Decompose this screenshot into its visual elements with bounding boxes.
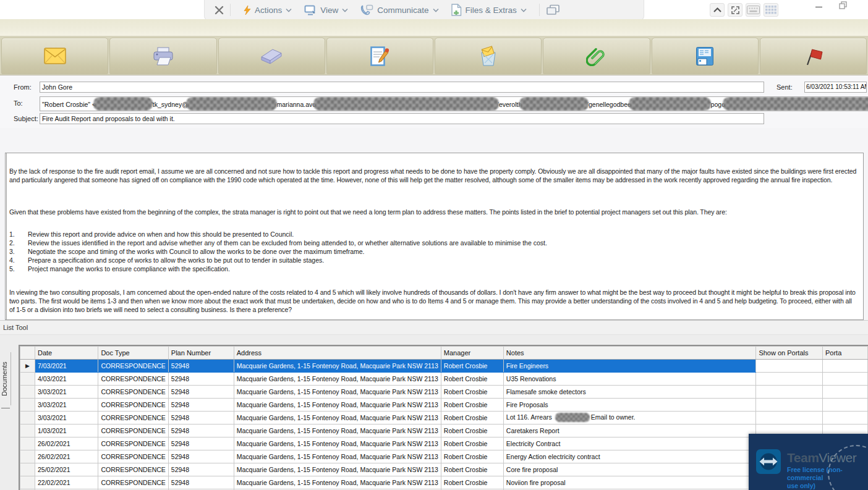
row-indicator bbox=[20, 386, 35, 399]
cell-date: 3/03/2021 bbox=[35, 412, 98, 425]
cell-manager: Robert Crosbie bbox=[441, 360, 503, 373]
fullscreen-icon[interactable] bbox=[728, 3, 742, 17]
recipient-text: "marianna.avo bbox=[274, 100, 316, 108]
column-header-doc-type[interactable]: Doc Type bbox=[98, 347, 168, 360]
cell-date: 4/03/2021 bbox=[35, 373, 98, 386]
minimize-icon[interactable] bbox=[815, 1, 823, 9]
table-row[interactable]: 1/03/2021CORRESPONDENCE52948Macquarie Ga… bbox=[20, 425, 868, 437]
edit-note-icon bbox=[370, 46, 389, 66]
cell-address: Macquarie Gardens, 1-15 Fontenoy Road, M… bbox=[234, 373, 441, 386]
cell-date: 3/03/2021 bbox=[35, 386, 98, 399]
cell-notes: Fire Engineers bbox=[503, 360, 756, 373]
flag-button[interactable] bbox=[760, 38, 867, 74]
column-header-porta[interactable]: Porta bbox=[822, 347, 867, 360]
email-body[interactable]: By the lack of response to the fire audi… bbox=[5, 153, 864, 320]
chevron-down-icon bbox=[342, 8, 348, 12]
table-row[interactable]: 3/03/2021CORRESPONDENCE52948Macquarie Ga… bbox=[20, 412, 868, 425]
toolbar-divider bbox=[539, 4, 540, 16]
delete-email-button[interactable] bbox=[435, 38, 542, 74]
tab-documents[interactable]: Documents bbox=[1, 352, 11, 405]
new-email-button[interactable] bbox=[1, 38, 108, 74]
menu-label: View bbox=[320, 6, 338, 15]
close-icon[interactable] bbox=[215, 6, 224, 15]
column-header-plan-number[interactable]: Plan Number bbox=[168, 347, 234, 360]
column-header-notes[interactable]: Notes bbox=[503, 347, 756, 360]
cell-notes: Lot 116. Arrears Email to owner. bbox=[503, 412, 756, 425]
table-row[interactable]: 26/02/2021CORRESPONDENCE52948Macquarie G… bbox=[20, 437, 868, 450]
list-item-number: 5. bbox=[9, 264, 28, 273]
tab-underline bbox=[1, 408, 10, 409]
cell-plan: 52948 bbox=[168, 476, 234, 489]
grid-icon[interactable] bbox=[764, 3, 778, 17]
column-header-date[interactable]: Date bbox=[35, 347, 98, 360]
print-button[interactable] bbox=[109, 38, 216, 74]
cell-date: 26/02/2021 bbox=[35, 437, 98, 450]
list-item-number: 1. bbox=[9, 230, 28, 239]
edit-note-button[interactable] bbox=[326, 38, 433, 74]
from-field[interactable]: John Gore bbox=[40, 82, 764, 93]
body-paragraph: By the lack of response to the fire audi… bbox=[9, 167, 858, 184]
cell-address: Macquarie Gardens, 1-15 Fontenoy Road, M… bbox=[234, 450, 441, 463]
dual-monitor-icon[interactable] bbox=[546, 4, 560, 16]
column-header-manager[interactable]: Manager bbox=[441, 347, 503, 360]
column-header[interactable] bbox=[20, 347, 35, 360]
cell-manager: Robert Crosbie bbox=[441, 476, 503, 489]
cell-date: 25/02/2021 bbox=[35, 463, 98, 476]
remote-menus: ActionsViewCommunicateFiles & Extras bbox=[237, 4, 533, 16]
window-controls bbox=[815, 1, 847, 9]
table-row[interactable]: 25/02/2021CORRESPONDENCE52948Macquarie G… bbox=[20, 463, 868, 476]
chevron-down-icon bbox=[433, 8, 439, 12]
new-email-icon bbox=[44, 48, 66, 64]
cell-address: Macquarie Gardens, 1-15 Fontenoy Road, M… bbox=[234, 386, 441, 399]
table-row[interactable]: 26/02/2021CORRESPONDENCE52948Macquarie G… bbox=[20, 450, 868, 463]
cell-address: Macquarie Gardens, 1-15 Fontenoy Road, M… bbox=[234, 425, 441, 437]
cell-manager: Robert Crosbie bbox=[441, 425, 503, 437]
row-indicator bbox=[20, 373, 35, 386]
list-item: 5.Project manage the works to ensure com… bbox=[9, 264, 858, 273]
body-paragraph: In viewing the two consulting proposals,… bbox=[9, 288, 858, 314]
file-plus-icon bbox=[451, 4, 462, 16]
cell-date: 26/02/2021 bbox=[35, 450, 98, 463]
collapse-icon[interactable] bbox=[710, 3, 725, 17]
keyboard-icon[interactable] bbox=[746, 3, 760, 17]
column-header-show-on-portals[interactable]: Show on Portals bbox=[756, 347, 823, 360]
scanner-icon bbox=[259, 48, 284, 65]
table-row[interactable]: 3/03/2021CORRESPONDENCE52948Macquarie Ga… bbox=[20, 386, 868, 399]
table-row[interactable]: 3/03/2021CORRESPONDENCE52948Macquarie Ga… bbox=[20, 399, 868, 412]
cell-plan: 52948 bbox=[168, 412, 234, 425]
attachment-button[interactable] bbox=[543, 38, 650, 74]
save-button[interactable] bbox=[652, 38, 759, 74]
menu-communicate[interactable]: Communicate bbox=[354, 4, 445, 15]
row-indicator bbox=[20, 463, 35, 476]
cell-plan: 52948 bbox=[168, 373, 234, 386]
cell-portal bbox=[822, 360, 867, 373]
table-row[interactable]: 22/02/2021CORRESPONDENCE52948Macquarie G… bbox=[20, 476, 868, 489]
lightning-icon bbox=[243, 5, 251, 15]
cell-plan: 52948 bbox=[168, 360, 234, 373]
to-field[interactable]: "Robert Crosbie" <"tk_sydney@"marianna.a… bbox=[40, 96, 868, 111]
cell-notes: Electricity Contract bbox=[503, 437, 756, 450]
cell-plan: 52948 bbox=[168, 450, 234, 463]
subject-field[interactable]: Fire Audit Report and proposals to deal … bbox=[40, 113, 764, 124]
list-item-text: Negotiate the scope and timing of the wo… bbox=[28, 247, 365, 256]
list-item-number: 3. bbox=[9, 247, 28, 256]
table-row[interactable]: 4/03/2021CORRESPONDENCE52948Macquarie Ga… bbox=[20, 373, 868, 386]
email-header: From: John Gore Sent: 6/03/2021 10:53:11… bbox=[0, 76, 868, 128]
redacted-recipient bbox=[186, 97, 277, 111]
restore-icon[interactable] bbox=[839, 1, 847, 9]
menu-view[interactable]: View bbox=[298, 5, 354, 15]
cell-portal bbox=[822, 386, 867, 399]
scanner-button[interactable] bbox=[218, 38, 325, 74]
titlebar-band bbox=[0, 19, 868, 36]
table-row[interactable]: ▶7/03/2021CORRESPONDENCE52948Macquarie G… bbox=[20, 360, 868, 373]
cell-date: 22/02/2021 bbox=[35, 476, 98, 489]
cell-doc_type: CORRESPONDENCE bbox=[98, 412, 168, 425]
remote-toolbar: ActionsViewCommunicateFiles & Extras bbox=[204, 0, 644, 20]
menu-actions[interactable]: Actions bbox=[237, 5, 298, 15]
menu-files-extras[interactable]: Files & Extras bbox=[445, 4, 533, 16]
redacted-recipient bbox=[519, 97, 589, 111]
sent-field[interactable]: 6/03/2021 10:53:11 AM bbox=[804, 82, 867, 93]
cell-show-on-portals bbox=[756, 373, 823, 386]
row-indicator: ▶ bbox=[20, 360, 35, 373]
column-header-address[interactable]: Address bbox=[234, 347, 441, 360]
